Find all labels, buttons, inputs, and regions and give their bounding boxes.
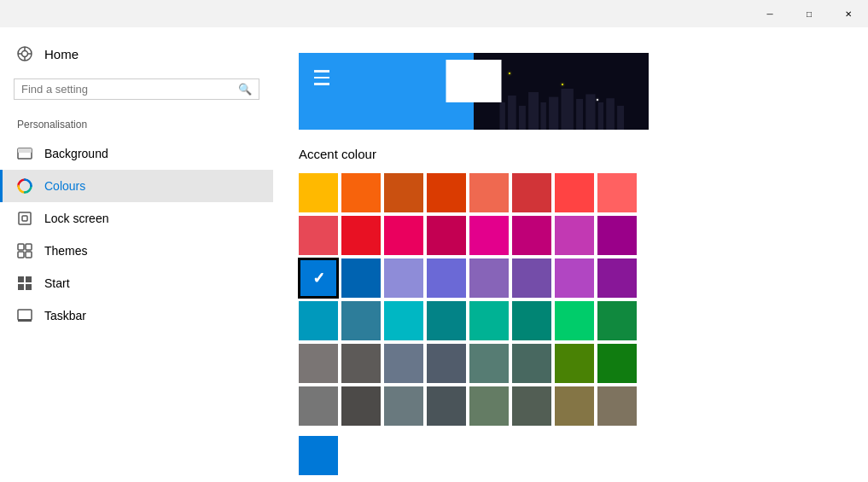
color-swatch[interactable] [597,301,637,340]
svg-rect-27 [562,89,574,130]
preview-image [299,53,649,130]
color-swatch[interactable] [299,386,338,426]
close-button[interactable]: ✕ [829,0,868,27]
color-swatch[interactable] [597,216,637,255]
color-swatch[interactable] [341,258,381,298]
color-swatch[interactable] [512,386,551,426]
color-swatch[interactable] [512,258,551,298]
color-swatch[interactable] [469,344,509,383]
colours-icon [17,178,32,194]
sidebar-item-home[interactable]: Home [0,36,273,72]
color-swatch[interactable] [427,216,466,255]
sidebar-item-colours[interactable]: Colours [0,170,273,202]
color-swatch[interactable] [299,216,338,255]
color-swatch[interactable] [512,301,551,340]
color-swatch[interactable] [341,173,381,212]
color-swatch[interactable] [597,386,637,426]
svg-rect-25 [541,102,546,130]
sidebar-item-colours-label: Colours [44,179,85,193]
home-icon [17,46,32,61]
search-input[interactable] [21,83,233,96]
color-swatch[interactable] [512,173,551,212]
svg-rect-32 [617,106,624,130]
color-swatch[interactable] [597,344,637,383]
svg-rect-14 [26,252,32,258]
color-swatch[interactable] [555,216,594,255]
svg-rect-29 [585,94,595,130]
color-swatch[interactable]: ✓ [299,258,338,298]
restore-button[interactable]: □ [789,0,829,27]
color-swatch[interactable] [427,344,466,383]
sidebar-item-themes[interactable]: Themes [0,235,273,267]
color-swatch[interactable] [555,173,594,212]
sidebar-item-lock-screen[interactable]: Lock screen [0,202,273,235]
color-swatch[interactable] [555,386,594,426]
color-swatch[interactable] [469,173,509,212]
app-window: Home 🔍 Personalisation Background [0,27,868,482]
color-swatch[interactable] [384,216,423,255]
color-swatch[interactable] [469,301,509,340]
svg-rect-23 [519,106,526,130]
svg-rect-10 [22,216,27,221]
color-swatch[interactable] [427,258,466,298]
svg-point-1 [22,51,28,57]
color-swatch[interactable] [597,258,637,298]
svg-rect-31 [606,98,615,130]
custom-color-swatch[interactable] [299,436,338,475]
search-box[interactable]: 🔍 [14,78,259,100]
svg-rect-15 [18,276,24,282]
color-swatch[interactable] [555,258,594,298]
sidebar-item-themes-label: Themes [44,244,88,258]
color-swatch[interactable] [512,344,551,383]
color-swatch[interactable] [512,216,551,255]
color-swatch[interactable] [384,258,423,298]
start-icon [17,276,32,291]
home-label: Home [44,47,79,61]
color-swatch[interactable] [427,301,466,340]
svg-rect-21 [500,102,505,130]
color-swatch[interactable] [555,301,594,340]
color-swatch[interactable] [299,173,338,212]
color-swatch[interactable] [341,301,381,340]
color-swatch[interactable] [555,344,594,383]
extra-color-row [299,436,842,475]
svg-rect-26 [549,97,558,130]
color-swatch[interactable] [384,386,423,426]
sidebar-item-start-label: Start [44,276,70,290]
sidebar-item-taskbar[interactable]: Taskbar [0,299,273,332]
color-swatch[interactable] [341,386,381,426]
themes-icon [17,243,32,258]
sidebar: Home 🔍 Personalisation Background [0,27,273,482]
svg-rect-20 [18,319,32,322]
sidebar-item-start[interactable]: Start [0,267,273,299]
svg-rect-11 [18,244,24,250]
color-swatch[interactable] [469,386,509,426]
svg-rect-7 [18,148,32,153]
svg-rect-24 [528,92,539,130]
color-grid: ✓ [299,173,842,426]
sidebar-item-background-label: Background [44,147,108,160]
sidebar-section-label: Personalisation [0,113,273,137]
background-icon [17,146,32,161]
sidebar-item-background[interactable]: Background [0,137,273,170]
taskbar-icon [17,308,32,323]
color-swatch[interactable] [469,258,509,298]
color-swatch[interactable] [384,301,423,340]
svg-rect-18 [26,284,32,290]
color-swatch[interactable] [427,386,466,426]
color-swatch[interactable] [341,216,381,255]
color-swatch[interactable] [384,173,423,212]
svg-rect-28 [576,99,583,130]
color-swatch[interactable] [469,216,509,255]
color-swatch[interactable] [341,344,381,383]
minimize-button[interactable]: ─ [750,0,789,27]
sidebar-item-lock-screen-label: Lock screen [44,212,108,225]
color-swatch[interactable] [299,301,338,340]
color-swatch[interactable] [299,344,338,383]
color-swatch[interactable] [597,173,637,212]
color-swatch[interactable] [384,344,423,383]
svg-rect-12 [26,244,32,250]
svg-rect-9 [19,212,31,224]
svg-rect-13 [18,252,24,258]
color-swatch[interactable] [427,173,466,212]
